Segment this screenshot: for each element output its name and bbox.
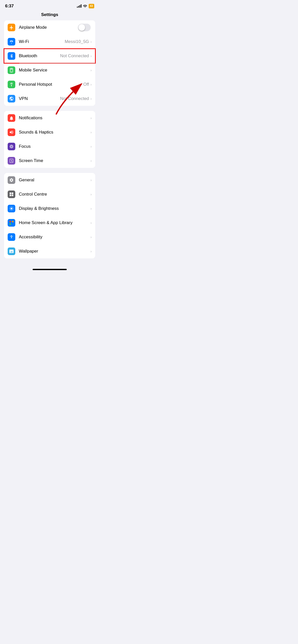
wifi-chevron: ›: [90, 40, 92, 44]
wifi-row[interactable]: Wi-Fi Messi10_5G ›: [4, 35, 95, 49]
wallpaper-icon: [8, 247, 15, 255]
hotspot-row[interactable]: Personal Hotspot Off ›: [4, 77, 95, 92]
sounds-icon: [8, 128, 15, 136]
bluetooth-value: Not Connected: [60, 53, 89, 58]
wifi-status-icon: [83, 4, 87, 8]
network-group: Airplane Mode Wi-Fi Messi10_5G › Bluetoo…: [4, 20, 95, 106]
vpn-label: VPN: [19, 96, 60, 101]
signal-icon: [77, 5, 82, 8]
notifications-row[interactable]: Notifications ›: [4, 111, 95, 125]
accessibility-chevron: ›: [90, 235, 92, 239]
svg-rect-8: [10, 195, 11, 196]
wifi-value: Messi10_5G: [65, 39, 89, 44]
general-label: General: [19, 178, 90, 183]
notifications-icon: [8, 114, 15, 122]
mobile-icon: [8, 66, 15, 74]
hotspot-chevron: ›: [90, 82, 92, 86]
wifi-label: Wi-Fi: [19, 39, 65, 44]
vpn-value: Not Connected: [60, 96, 89, 101]
display-label: Display & Brightness: [19, 206, 90, 211]
status-icons: 43: [77, 4, 94, 8]
control-chevron: ›: [90, 192, 92, 196]
wallpaper-row[interactable]: Wallpaper ›: [4, 244, 95, 258]
homescreen-chevron: ›: [90, 221, 92, 225]
svg-rect-13: [9, 223, 11, 225]
general-group: General › Control Centre › Display & Bri…: [4, 173, 95, 258]
home-bar: [0, 264, 99, 272]
home-indicator: [33, 269, 67, 270]
control-label: Control Centre: [19, 192, 90, 197]
mobile-chevron: ›: [90, 68, 92, 72]
vpn-row[interactable]: VPN Not Connected ›: [4, 92, 95, 106]
mobile-label: Mobile Service: [19, 68, 90, 73]
sounds-chevron: ›: [90, 130, 92, 134]
svg-point-15: [11, 235, 12, 236]
focus-icon: [8, 143, 15, 150]
svg-point-1: [11, 71, 12, 72]
accessibility-row[interactable]: Accessibility ›: [4, 230, 95, 244]
control-icon: [8, 191, 15, 198]
screentime-label: Screen Time: [19, 158, 90, 163]
screentime-chevron: ›: [90, 159, 92, 163]
airplane-label: Airplane Mode: [19, 25, 78, 30]
svg-rect-6: [10, 193, 11, 194]
wallpaper-label: Wallpaper: [19, 249, 90, 254]
accessibility-icon: [8, 233, 15, 241]
wifi-icon: [8, 38, 15, 46]
battery-icon: 43: [89, 4, 94, 8]
svg-rect-11: [9, 221, 11, 222]
airplane-row[interactable]: Airplane Mode: [4, 20, 95, 35]
general-row[interactable]: General ›: [4, 173, 95, 187]
sounds-row[interactable]: Sounds & Haptics ›: [4, 125, 95, 139]
status-time: 6:37: [5, 4, 14, 9]
display-icon: [8, 205, 15, 212]
notifications-label: Notifications: [19, 115, 90, 121]
hotspot-value: Off: [83, 82, 89, 87]
notifications-group: Notifications › Sounds & Haptics › Focus…: [4, 111, 95, 168]
display-row[interactable]: Display & Brightness ›: [4, 201, 95, 216]
general-icon: [8, 176, 15, 184]
display-chevron: ›: [90, 207, 92, 211]
battery-level: 43: [89, 4, 94, 8]
vpn-chevron: ›: [90, 97, 92, 101]
homescreen-row[interactable]: Home Screen & App Library ›: [4, 216, 95, 230]
screentime-row[interactable]: Screen Time ›: [4, 154, 95, 168]
screentime-icon: [8, 157, 15, 165]
svg-rect-7: [12, 193, 13, 194]
general-chevron: ›: [90, 178, 92, 182]
airplane-toggle[interactable]: [78, 24, 91, 31]
focus-chevron: ›: [90, 144, 92, 149]
accessibility-label: Accessibility: [19, 235, 90, 240]
vpn-icon: [8, 95, 15, 103]
svg-rect-9: [12, 195, 13, 196]
airplane-icon: [8, 24, 15, 31]
homescreen-icon: [8, 219, 15, 227]
svg-point-10: [10, 208, 12, 210]
page-title: Settings: [0, 11, 99, 20]
bluetooth-row[interactable]: Bluetooth Not Connected ›: [4, 49, 95, 63]
wallpaper-chevron: ›: [90, 249, 92, 253]
svg-rect-14: [12, 223, 13, 225]
svg-rect-12: [12, 221, 13, 222]
bluetooth-icon: [8, 52, 15, 60]
mobile-row[interactable]: Mobile Service ›: [4, 63, 95, 77]
svg-point-3: [11, 85, 12, 86]
focus-label: Focus: [19, 144, 90, 149]
bluetooth-chevron: ›: [90, 54, 92, 58]
homescreen-label: Home Screen & App Library: [19, 220, 90, 225]
focus-row[interactable]: Focus ›: [4, 139, 95, 154]
sounds-label: Sounds & Haptics: [19, 130, 90, 135]
hotspot-icon: [8, 81, 15, 88]
bluetooth-label: Bluetooth: [19, 53, 60, 58]
hotspot-label: Personal Hotspot: [19, 82, 83, 87]
status-bar: 6:37 43: [0, 0, 99, 11]
notifications-chevron: ›: [90, 116, 92, 120]
control-row[interactable]: Control Centre ›: [4, 187, 95, 201]
